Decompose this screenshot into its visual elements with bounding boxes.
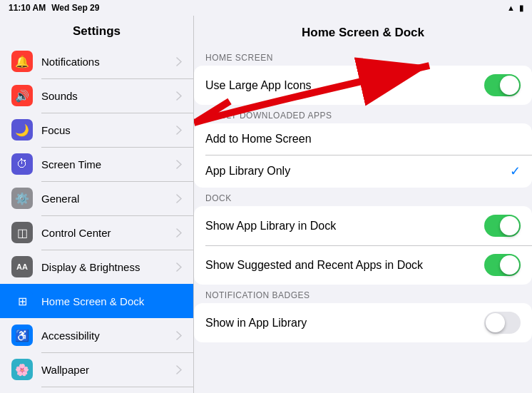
toggle-show-in-library[interactable] bbox=[484, 312, 521, 334]
row-show-in-library[interactable]: Show in App Library bbox=[194, 303, 532, 342]
sidebar-items-container: 🔔 Notifications 🔊 Sounds 🌙 Focus ⏱ Scree… bbox=[0, 44, 193, 393]
sidebar-label-screentime: Screen Time bbox=[41, 158, 168, 170]
chevron-right-icon bbox=[176, 160, 182, 169]
sidebar-icon-controlcenter: ◫ bbox=[11, 222, 33, 243]
checkmark-app-library-only: ✓ bbox=[510, 163, 521, 179]
section-dock: DOCKShow App Library in DockShow Suggest… bbox=[194, 188, 532, 285]
toggle-show-suggested[interactable] bbox=[484, 254, 521, 276]
sidebar-item-screentime[interactable]: ⏱ Screen Time bbox=[0, 147, 193, 181]
status-bar: 11:10 AM Wed Sep 29 ▲ ▮ bbox=[0, 0, 532, 16]
row-add-home[interactable]: Add to Home Screen bbox=[194, 123, 532, 155]
sidebar-icon-accessibility: ♿ bbox=[11, 325, 33, 346]
section-label-home-screen: HOME SCREEN bbox=[194, 47, 532, 66]
chevron-right-icon bbox=[176, 331, 182, 340]
row-label-show-app-library: Show App Library in Dock bbox=[205, 220, 476, 233]
sidebar-icon-wallpaper: 🌸 bbox=[11, 359, 33, 380]
time-display: 11:10 AM bbox=[9, 3, 46, 13]
content-panel: Home Screen & Dock HOME SCREENUse Large … bbox=[194, 16, 532, 393]
sidebar-item-accessibility[interactable]: ♿ Accessibility bbox=[0, 318, 193, 352]
sidebar-icon-focus: 🌙 bbox=[11, 119, 33, 141]
sidebar-label-general: General bbox=[41, 193, 168, 205]
sidebar-label-homescreen: Home Screen & Dock bbox=[41, 295, 182, 307]
sidebar-label-displaybrightness: Display & Brightness bbox=[41, 261, 168, 273]
sidebar-label-wallpaper: Wallpaper bbox=[41, 364, 168, 376]
chevron-right-icon bbox=[176, 126, 182, 135]
row-app-library-only[interactable]: App Library Only✓ bbox=[194, 155, 532, 188]
sidebar-icon-sounds: 🔊 bbox=[11, 85, 33, 106]
battery-icon: ▮ bbox=[519, 4, 523, 13]
card-notification-badges: Show in App Library bbox=[194, 303, 532, 342]
sidebar-icon-general: ⚙️ bbox=[11, 188, 33, 209]
sidebar-item-wallpaper[interactable]: 🌸 Wallpaper bbox=[0, 352, 193, 387]
toggle-large-icons[interactable] bbox=[484, 74, 521, 96]
row-label-show-in-library: Show in App Library bbox=[205, 317, 476, 330]
chevron-right-icon bbox=[176, 57, 182, 66]
chevron-right-icon bbox=[176, 262, 182, 272]
sidebar-icon-homescreen: ⊞ bbox=[11, 290, 33, 312]
sidebar-label-focus: Focus bbox=[41, 124, 168, 136]
row-label-add-home: Add to Home Screen bbox=[205, 133, 521, 146]
sidebar-item-siri[interactable]: ◉ Siri & Search bbox=[0, 387, 193, 393]
section-label-notification-badges: NOTIFICATION BADGES bbox=[194, 285, 532, 303]
sidebar-title: Settings bbox=[0, 16, 193, 44]
toggle-knob-show-in-library bbox=[486, 313, 505, 332]
sidebar: Settings 🔔 Notifications 🔊 Sounds 🌙 Focu… bbox=[0, 16, 194, 393]
main-layout: Settings 🔔 Notifications 🔊 Sounds 🌙 Focu… bbox=[0, 16, 532, 393]
content-sections: HOME SCREENUse Large App IconsNEWLY DOWN… bbox=[194, 47, 532, 342]
row-label-app-library-only: App Library Only bbox=[205, 165, 501, 178]
sidebar-item-homescreen[interactable]: ⊞ Home Screen & Dock bbox=[0, 284, 193, 318]
row-large-icons[interactable]: Use Large App Icons bbox=[194, 66, 532, 105]
row-show-suggested[interactable]: Show Suggested and Recent Apps in Dock bbox=[194, 245, 532, 285]
toggle-knob-show-suggested bbox=[500, 255, 519, 275]
section-newly-downloaded: NEWLY DOWNLOADED APPSAdd to Home ScreenA… bbox=[194, 105, 532, 188]
row-label-large-icons: Use Large App Icons bbox=[205, 79, 476, 92]
sidebar-item-controlcenter[interactable]: ◫ Control Center bbox=[0, 215, 193, 250]
toggle-knob-show-app-library bbox=[500, 216, 519, 235]
sidebar-item-general[interactable]: ⚙️ General bbox=[0, 181, 193, 215]
sidebar-icon-notifications: 🔔 bbox=[11, 51, 33, 72]
toggle-knob-large-icons bbox=[500, 76, 519, 95]
section-home-screen: HOME SCREENUse Large App Icons bbox=[194, 47, 532, 105]
card-home-screen: Use Large App Icons bbox=[194, 66, 532, 105]
chevron-right-icon bbox=[176, 228, 182, 238]
sidebar-item-displaybrightness[interactable]: AA Display & Brightness bbox=[0, 250, 193, 284]
wifi-icon: ▲ bbox=[507, 4, 515, 12]
sidebar-label-accessibility: Accessibility bbox=[41, 330, 168, 342]
sidebar-label-sounds: Sounds bbox=[41, 90, 168, 102]
row-show-app-library[interactable]: Show App Library in Dock bbox=[194, 206, 532, 245]
date-display: Wed Sep 29 bbox=[51, 3, 99, 13]
chevron-right-icon bbox=[176, 91, 182, 101]
sidebar-icon-displaybrightness: AA bbox=[11, 256, 33, 277]
section-label-newly-downloaded: NEWLY DOWNLOADED APPS bbox=[194, 105, 532, 123]
sidebar-label-controlcenter: Control Center bbox=[41, 227, 168, 239]
chevron-right-icon bbox=[176, 194, 182, 203]
status-left: 11:10 AM Wed Sep 29 bbox=[9, 3, 99, 13]
section-notification-badges: NOTIFICATION BADGESShow in App Library bbox=[194, 285, 532, 342]
toggle-show-app-library[interactable] bbox=[484, 215, 521, 237]
sidebar-item-focus[interactable]: 🌙 Focus bbox=[0, 113, 193, 147]
sidebar-item-notifications[interactable]: 🔔 Notifications bbox=[0, 44, 193, 78]
sidebar-label-notifications: Notifications bbox=[41, 56, 168, 68]
sidebar-item-sounds[interactable]: 🔊 Sounds bbox=[0, 78, 193, 113]
card-newly-downloaded: Add to Home ScreenApp Library Only✓ bbox=[194, 123, 532, 188]
status-right: ▲ ▮ bbox=[507, 4, 523, 13]
content-title: Home Screen & Dock bbox=[194, 16, 532, 47]
chevron-right-icon bbox=[176, 365, 182, 374]
row-label-show-suggested: Show Suggested and Recent Apps in Dock bbox=[205, 259, 476, 272]
card-dock: Show App Library in DockShow Suggested a… bbox=[194, 206, 532, 285]
sidebar-icon-screentime: ⏱ bbox=[11, 153, 33, 175]
section-label-dock: DOCK bbox=[194, 188, 532, 206]
